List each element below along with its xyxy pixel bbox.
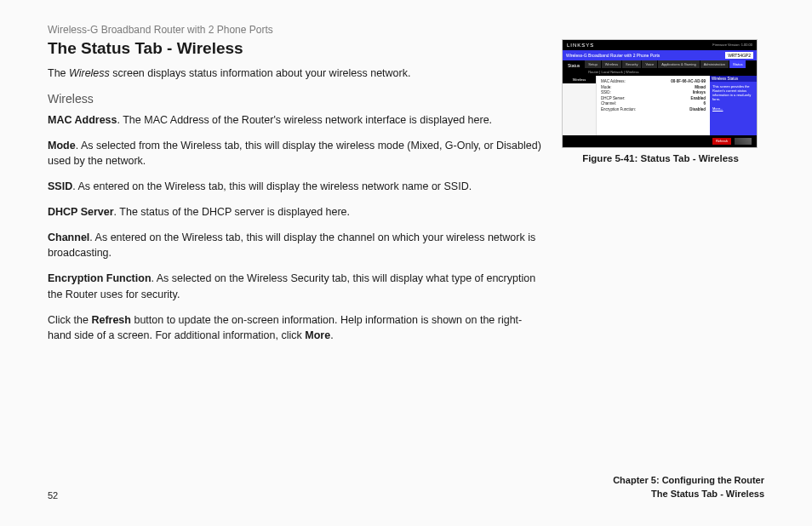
- thumb-val: Disabled: [689, 107, 706, 111]
- thumb-refresh-button: Refresh: [712, 138, 731, 145]
- figure-caption: Figure 5-41: Status Tab - Wireless: [562, 153, 759, 163]
- closing-bold-more: More: [305, 329, 330, 341]
- closing-paragraph: Click the Refresh button to update the o…: [48, 312, 541, 343]
- thumb-row: Channel:6: [601, 101, 706, 106]
- thumb-val: Enabled: [690, 96, 706, 100]
- cisco-logo-icon: [735, 138, 752, 145]
- thumb-help-head: Wireless Status: [710, 76, 757, 82]
- thumb-key: MAC Address:: [601, 79, 626, 83]
- thumb-val: Mixed: [695, 85, 706, 89]
- thumb-side-head: Wireless: [563, 76, 596, 83]
- def-text: . As entered on the Wireless tab, this w…: [72, 180, 472, 192]
- thumb-row: Mode:Mixed: [601, 85, 706, 89]
- thumb-fw-version: Firmware Version: 1.00.00: [712, 43, 752, 48]
- def-item: Channel. As entered on the Wireless tab,…: [48, 230, 541, 260]
- def-item: Mode. As selected from the Wireless tab,…: [48, 138, 541, 169]
- thumb-tab: Applications & Gaming: [658, 60, 700, 68]
- thumb-key: Channel:: [601, 101, 616, 106]
- def-term: MAC Address: [48, 114, 117, 126]
- page-footer: 52 Chapter 5: Configuring the Router The…: [48, 474, 764, 500]
- def-text: . The MAC Address of the Router's wirele…: [117, 114, 493, 126]
- thumb-brand-bar: LINKSYS Firmware Version: 1.00.00: [563, 40, 757, 50]
- thumb-key: DHCP Server:: [601, 96, 625, 100]
- thumb-tab: Wireless: [602, 60, 622, 68]
- thumb-more-link: More...: [712, 106, 754, 111]
- thumb-tab: Voice: [642, 60, 658, 68]
- def-term: SSID: [48, 180, 72, 192]
- closing-text: Click the: [48, 314, 91, 326]
- intro-paragraph: The Wireless screen displays status info…: [48, 66, 541, 82]
- page-number: 52: [48, 490, 58, 500]
- product-header: Wireless-G Broadband Router with 2 Phone…: [48, 24, 764, 36]
- intro-suffix: screen displays status information about…: [110, 67, 411, 79]
- thumb-row: MAC Address:00-0F-66-AC-AD-99: [601, 79, 706, 83]
- closing-bold-refresh: Refresh: [91, 314, 131, 326]
- closing-text: .: [330, 329, 333, 341]
- thumb-help-line: information in a read-only form.: [712, 93, 754, 101]
- def-term: Mode: [48, 140, 76, 152]
- content-column: The Status Tab - Wireless The Wireless s…: [48, 39, 541, 353]
- thumb-tab-active: Status: [729, 60, 746, 68]
- thumb-footer: Refresh: [563, 135, 757, 147]
- def-term: Encryption Function: [48, 272, 152, 284]
- page-title: The Status Tab - Wireless: [48, 39, 541, 58]
- figure-thumbnail: LINKSYS Firmware Version: 1.00.00 Wirele…: [562, 39, 758, 148]
- def-term: DHCP Server: [48, 206, 114, 218]
- thumb-tab: Security: [622, 60, 642, 68]
- footer-section: The Status Tab - Wireless: [613, 488, 764, 500]
- section-subhead: Wireless: [48, 92, 541, 106]
- footer-chapter: Chapter 5: Configuring the Router: [613, 474, 764, 487]
- thumb-brand: LINKSYS: [567, 43, 594, 48]
- def-item: DHCP Server. The status of the DHCP serv…: [48, 204, 541, 220]
- def-text: . The status of the DHCP server is displ…: [114, 206, 350, 218]
- def-item: Encryption Function. As selected on the …: [48, 271, 541, 301]
- def-item: MAC Address. The MAC Address of the Rout…: [48, 112, 541, 128]
- thumb-row: SSID:linksys: [601, 90, 706, 94]
- thumb-val: linksys: [693, 90, 706, 94]
- thumb-row: Encryption Function:Disabled: [601, 107, 706, 111]
- thumb-tab: Setup: [585, 60, 601, 68]
- thumb-main-tabs: Setup Wireless Security Voice Applicatio…: [585, 60, 757, 68]
- thumb-key: SSID:: [601, 90, 611, 94]
- thumb-row: DHCP Server:Enabled: [601, 96, 706, 100]
- def-term: Channel: [48, 232, 89, 243]
- def-text: . As selected from the Wireless tab, thi…: [48, 140, 541, 167]
- thumb-val: 00-0F-66-AC-AD-99: [671, 79, 706, 83]
- thumb-bar-title: Wireless-G Broadband Router with 2 Phone…: [566, 53, 660, 58]
- thumb-help-panel: Wireless Status This screen provides the…: [710, 76, 757, 135]
- thumb-subtabs: Router | Local Network | Wireless: [585, 68, 757, 76]
- thumb-key: Encryption Function:: [601, 107, 636, 111]
- def-item: SSID. As entered on the Wireless tab, th…: [48, 179, 541, 194]
- def-text: . As entered on the Wireless tab, this w…: [48, 232, 535, 259]
- thumb-status-label: Status: [563, 60, 585, 76]
- thumb-key: Mode:: [601, 85, 612, 89]
- thumb-val: 6: [703, 101, 706, 106]
- definition-list: MAC Address. The MAC Address of the Rout…: [48, 112, 541, 302]
- thumb-title-bar: Wireless-G Broadband Router with 2 Phone…: [563, 50, 757, 60]
- thumb-model-badge: WRT54GP2: [725, 52, 753, 59]
- intro-prefix: The: [48, 67, 69, 79]
- thumb-side-nav: Wireless: [563, 76, 597, 135]
- thumb-tab: Administration: [700, 60, 729, 68]
- figure-column: LINKSYS Firmware Version: 1.00.00 Wirele…: [562, 39, 764, 353]
- intro-italic: Wireless: [69, 67, 110, 79]
- thumb-status-table: MAC Address:00-0F-66-AC-AD-99 Mode:Mixed…: [597, 76, 710, 135]
